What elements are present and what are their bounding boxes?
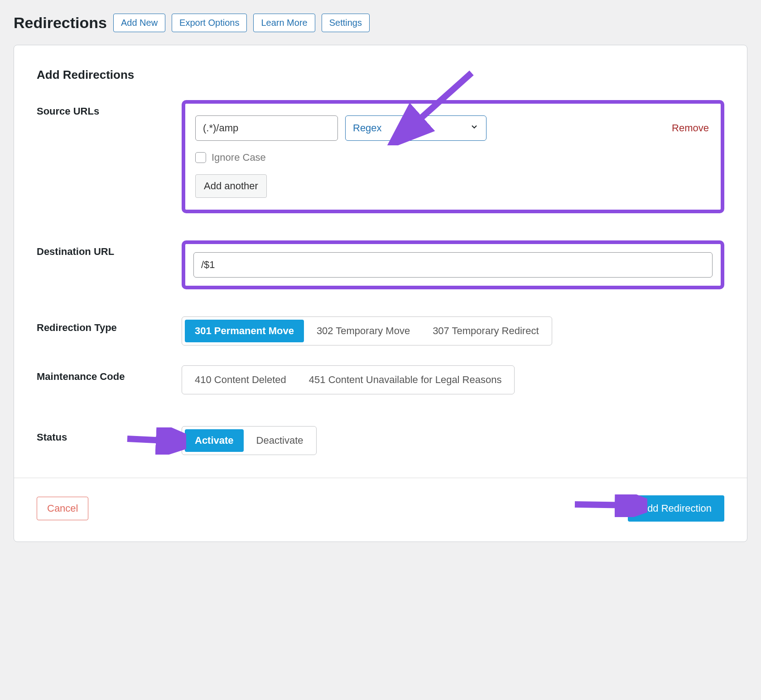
redirection-type-group: 301 Permanent Move 302 Temporary Move 30…: [182, 316, 552, 345]
destination-url-label: Destination URL: [37, 240, 182, 289]
add-another-button[interactable]: Add another: [195, 174, 267, 198]
add-new-button[interactable]: Add New: [113, 14, 165, 32]
redirection-type-301[interactable]: 301 Permanent Move: [185, 320, 304, 342]
redirection-type-307[interactable]: 307 Temporary Redirect: [423, 320, 549, 342]
status-activate-option[interactable]: Activate: [185, 429, 244, 452]
source-highlight-box: Regex Remove Ignore Case Add another: [182, 100, 724, 213]
svg-line-5: [575, 504, 634, 505]
export-options-button[interactable]: Export Options: [172, 14, 247, 32]
status-label: Status: [37, 426, 182, 455]
page-title: Redirections: [14, 14, 107, 32]
section-title: Add Redirections: [37, 68, 724, 82]
ignore-case-label: Ignore Case: [212, 152, 266, 163]
remove-source-link[interactable]: Remove: [672, 122, 709, 134]
maintenance-410-option[interactable]: 410 Content Deleted: [185, 369, 296, 391]
settings-button[interactable]: Settings: [322, 14, 370, 32]
maintenance-451-option[interactable]: 451 Content Unavailable for Legal Reason…: [299, 369, 512, 391]
match-type-value: Regex: [353, 122, 382, 134]
learn-more-button[interactable]: Learn More: [253, 14, 315, 32]
chevron-down-icon: [470, 122, 479, 134]
cancel-button[interactable]: Cancel: [37, 497, 88, 520]
destination-url-input[interactable]: [193, 252, 713, 278]
maintenance-code-group: 410 Content Deleted 451 Content Unavaila…: [182, 365, 515, 394]
add-redirection-button[interactable]: Add Redirection: [628, 495, 724, 522]
match-type-select[interactable]: Regex: [345, 115, 486, 141]
destination-highlight-box: [182, 240, 724, 289]
maintenance-code-label: Maintenance Code: [37, 365, 182, 394]
status-deactivate-option[interactable]: Deactivate: [246, 429, 313, 452]
redirection-type-label: Redirection Type: [37, 316, 182, 345]
source-urls-label: Source URLs: [37, 100, 182, 213]
add-redirections-card: Add Redirections Source URLs Regex: [14, 45, 747, 542]
ignore-case-checkbox[interactable]: [195, 152, 206, 163]
source-url-input[interactable]: [195, 115, 338, 141]
status-group: Activate Deactivate: [182, 426, 317, 455]
redirection-type-302[interactable]: 302 Temporary Move: [307, 320, 420, 342]
